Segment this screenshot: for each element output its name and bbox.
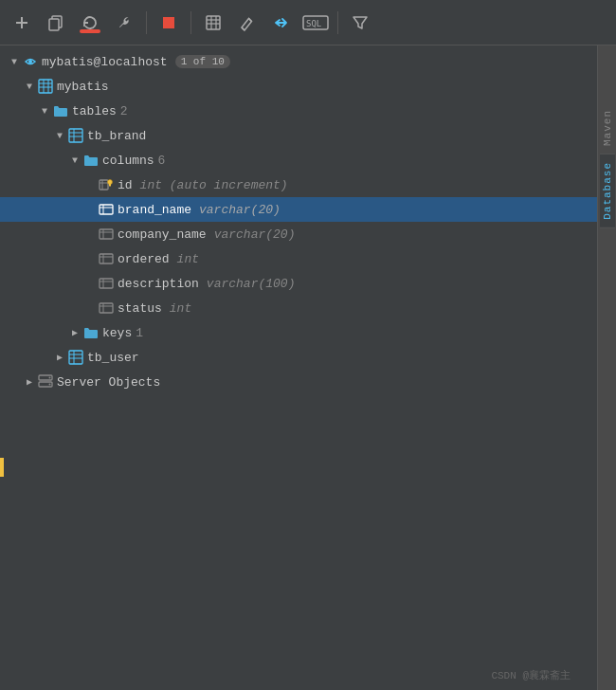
col-brand-name-label: brand_name [118, 203, 191, 217]
separator-3 [337, 11, 338, 34]
tb-brand-label: tb_brand [87, 129, 146, 143]
connection-icon [23, 54, 38, 69]
columns-label: columns [102, 154, 154, 168]
keys-count: 1 [136, 326, 143, 340]
col-id-type: int (auto increment) [140, 178, 288, 192]
jump-button[interactable] [267, 9, 296, 37]
svg-rect-3 [49, 19, 59, 30]
database-node[interactable]: ▼ mybatis [0, 74, 597, 99]
col-status-label: status [118, 301, 162, 316]
svg-rect-4 [163, 17, 174, 28]
root-node[interactable]: ▼ mybatis@localhost 1 of 10 [0, 49, 597, 74]
svg-rect-20 [69, 129, 82, 142]
main-area: ▼ mybatis@localhost 1 of 10 ▼ mybatis [0, 45, 616, 690]
table-icon-user [68, 350, 83, 365]
edit-button[interactable] [233, 9, 262, 37]
column-icon-brand [99, 202, 114, 217]
side-tab-database[interactable]: Database [600, 154, 615, 228]
svg-rect-32 [100, 229, 113, 239]
toolbar: SQL [0, 0, 616, 45]
add-button[interactable] [8, 9, 36, 37]
svg-line-10 [242, 27, 245, 30]
keys-group-node[interactable]: ▶ keys 1 [0, 320, 597, 345]
stop-button[interactable] [154, 9, 183, 37]
folder-keys-icon [83, 325, 99, 340]
chevron-down-icon-tables: ▼ [38, 104, 51, 118]
wrench-button[interactable] [110, 9, 138, 37]
credit: CSDN @襄霖斋主 [491, 668, 571, 682]
column-icon-status [99, 300, 114, 316]
accent-bar-marker [0, 458, 4, 477]
side-tab-strip: Maven Database [597, 45, 616, 690]
col-brand-name-type: varchar(20) [199, 203, 281, 217]
svg-rect-24 [100, 180, 108, 190]
chevron-down-icon-cols: ▼ [68, 154, 82, 167]
svg-point-51 [49, 384, 51, 386]
table-icon [68, 128, 83, 143]
separator-1 [146, 11, 147, 34]
page-badge: 1 of 10 [175, 55, 230, 68]
svg-rect-28 [109, 184, 111, 187]
svg-rect-35 [100, 254, 113, 263]
tree-panel: ▼ mybatis@localhost 1 of 10 ▼ mybatis [0, 45, 597, 690]
side-tab-maven[interactable]: Maven [600, 102, 615, 154]
sql-button[interactable]: SQL [301, 9, 330, 37]
chevron-right-icon-user: ▶ [53, 351, 66, 364]
database-icon [38, 79, 53, 94]
svg-text:SQL: SQL [306, 19, 321, 28]
server-objects-label: Server Objects [57, 375, 160, 390]
chevron-down-icon: ▼ [8, 55, 21, 68]
tables-count: 2 [120, 104, 128, 118]
refresh-button[interactable] [76, 9, 104, 37]
chevron-right-icon-server: ▶ [23, 375, 36, 389]
tb-brand-node[interactable]: ▼ tb_brand [0, 123, 597, 148]
svg-rect-44 [69, 351, 82, 364]
svg-rect-15 [39, 80, 52, 93]
folder-columns-icon [83, 153, 99, 168]
folder-icon [53, 103, 68, 118]
column-icon-desc [99, 276, 114, 291]
root-label: mybatis@localhost [42, 55, 168, 69]
col-description-type: varchar(100) [207, 277, 296, 291]
col-description-label: description [118, 277, 199, 291]
keys-label: keys [102, 326, 132, 340]
columns-group-node[interactable]: ▼ columns 6 [0, 148, 597, 172]
col-company-name-type: varchar(20) [214, 227, 296, 242]
svg-line-11 [249, 18, 252, 21]
svg-rect-41 [100, 303, 113, 313]
database-label: mybatis [57, 80, 109, 94]
column-ordered-node[interactable]: ordered int [0, 246, 597, 271]
server-objects-node[interactable]: ▶ Server Objects [0, 370, 597, 394]
server-icon [38, 374, 53, 390]
column-status-node[interactable]: status int [0, 296, 597, 320]
chevron-down-icon-brand: ▼ [53, 129, 66, 142]
column-icon-company [99, 227, 114, 242]
column-description-node[interactable]: description varchar(100) [0, 271, 597, 296]
svg-point-14 [28, 60, 32, 64]
columns-count: 6 [158, 154, 166, 168]
column-brand-name-node[interactable]: brand_name varchar(20) [0, 197, 597, 222]
svg-point-50 [49, 377, 51, 379]
tables-label: tables [72, 104, 117, 118]
col-id-label: id [118, 178, 133, 192]
tables-group-node[interactable]: ▼ tables 2 [0, 99, 597, 123]
column-company-name-node[interactable]: company_name varchar(20) [0, 222, 597, 246]
separator-2 [190, 11, 191, 34]
tb-user-label: tb_user [87, 351, 139, 365]
col-ordered-type: int [177, 252, 199, 266]
col-status-type: int [170, 301, 191, 316]
chevron-right-icon-keys: ▶ [68, 326, 82, 339]
key-column-icon [99, 177, 114, 192]
col-company-name-label: company_name [118, 227, 207, 242]
svg-rect-5 [207, 16, 220, 29]
col-ordered-label: ordered [118, 252, 170, 266]
chevron-down-icon-db: ▼ [23, 80, 36, 93]
tb-user-node[interactable]: ▶ tb_user [0, 345, 597, 370]
column-icon-ordered [99, 251, 114, 266]
filter-button[interactable] [346, 9, 374, 37]
svg-rect-38 [100, 279, 113, 288]
table-button[interactable] [199, 9, 227, 37]
column-id-node[interactable]: id int (auto increment) [0, 172, 597, 197]
copy-button[interactable] [42, 9, 70, 37]
svg-rect-29 [100, 205, 113, 214]
